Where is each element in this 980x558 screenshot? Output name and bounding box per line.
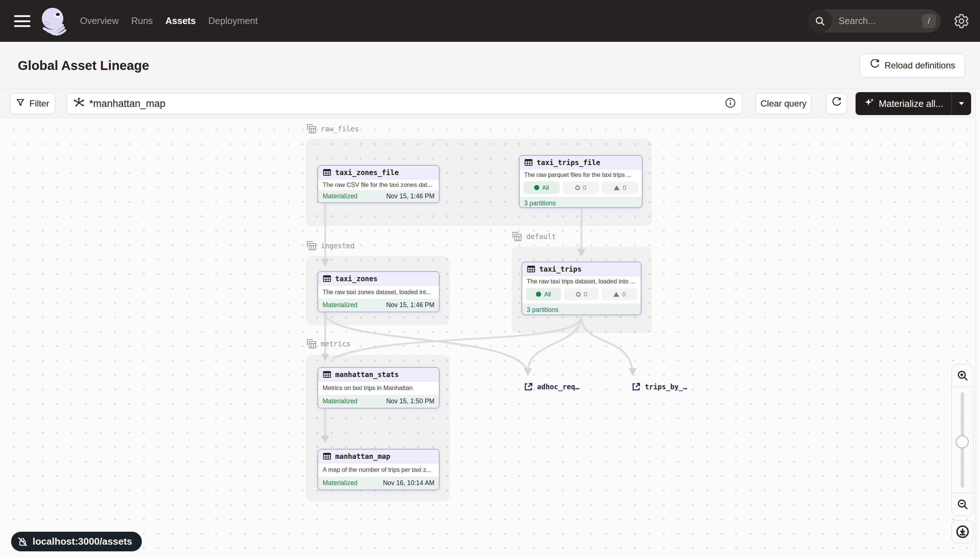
nav-assets[interactable]: Assets [166, 16, 196, 26]
lineage-canvas[interactable]: raw_files ingested default metrics [0, 118, 980, 558]
group-name: ingested [321, 241, 355, 250]
external-asset-adhoc-request[interactable]: adhoc_req… [524, 382, 579, 392]
zoom-slider[interactable] [952, 387, 973, 493]
recenter-view-button[interactable] [952, 520, 973, 543]
asset-description: The raw parquet files for the taxi trips… [520, 169, 642, 181]
badge-label: 0 [622, 291, 626, 298]
edge [325, 312, 528, 375]
external-link-icon [631, 382, 641, 392]
vertical-scrollbar[interactable] [975, 89, 980, 558]
nav-deployment[interactable]: Deployment [209, 16, 258, 26]
group-label-ingested[interactable]: ingested [306, 240, 355, 251]
table-icon [323, 274, 331, 283]
asset-name: taxi_zones_file [335, 168, 399, 177]
asset-description: The raw taxi zones dataset, loaded int..… [318, 286, 439, 299]
materialize-dropdown-caret[interactable] [952, 92, 971, 115]
page-header: Global Asset Lineage Reload definitions [0, 42, 980, 89]
badge-label: All [544, 291, 551, 298]
materialize-all-main[interactable]: Materialize all... [856, 92, 952, 115]
group-name: default [526, 232, 556, 241]
filter-label: Filter [29, 98, 49, 109]
search-icon [808, 9, 832, 33]
funnel-icon [16, 98, 25, 109]
asset-name: manhattan_map [335, 452, 390, 460]
badge-label: All [542, 184, 549, 191]
lineage-selector-icon [73, 97, 85, 110]
group-name: metrics [321, 340, 350, 348]
partitions-materialized-badge[interactable]: All [523, 181, 560, 194]
filter-button[interactable]: Filter [10, 93, 55, 114]
partition-health-badges: All 0 0 [520, 181, 642, 197]
zoom-in-button[interactable] [952, 364, 973, 387]
asset-node-manhattan-map[interactable]: manhattan_map A map of the number of tri… [318, 449, 440, 490]
asset-name: adhoc_req… [537, 382, 579, 391]
query-info-icon[interactable] [725, 97, 736, 110]
failed-ring-icon [576, 292, 581, 297]
table-icon [323, 370, 331, 379]
refresh-icon [832, 97, 842, 110]
asset-name: taxi_trips [539, 265, 581, 273]
asset-node-manhattan-stats[interactable]: manhattan_stats Metrics on taxi trips in… [318, 367, 440, 409]
partitions-missing-badge[interactable]: 0 [602, 181, 638, 194]
asset-description: Metrics on taxi trips in Manhattan [318, 381, 439, 395]
missing-triangle-icon [613, 292, 619, 297]
search-placeholder: Search... [838, 16, 922, 26]
asset-name: taxi_zones [335, 274, 377, 283]
status-url-badge: localhost:3000/assets [11, 532, 142, 551]
group-label-raw-files[interactable]: raw_files [306, 123, 359, 134]
partitions-materialized-badge[interactable]: All [526, 288, 561, 300]
group-label-default[interactable]: default [512, 231, 556, 242]
asset-selection-value: *manhattan_map [89, 98, 725, 110]
zoom-slider-track[interactable] [961, 392, 964, 488]
refresh-graph-button[interactable] [826, 93, 847, 114]
arrow-down-circle-icon [955, 525, 970, 539]
lineage-toolbar: Filter *manhattan_map Clear query [0, 89, 980, 118]
materialize-all-button[interactable]: Materialize all... [856, 92, 971, 115]
external-asset-trips-by[interactable]: trips_by_… [631, 382, 687, 392]
materialization-timestamp: Nov 15, 1:46 PM [386, 301, 435, 309]
page-title: Global Asset Lineage [18, 58, 149, 73]
reload-definitions-button[interactable]: Reload definitions [860, 53, 965, 78]
asset-selection-input[interactable]: *manhattan_map [67, 93, 743, 114]
nav-runs[interactable]: Runs [131, 16, 153, 26]
asset-name: trips_by_… [645, 382, 687, 391]
edge [528, 317, 581, 371]
partition-health-badges: All 0 0 [522, 287, 641, 304]
hamburger-menu-icon[interactable] [14, 15, 30, 27]
dagster-logo [38, 5, 69, 37]
materialization-timestamp: Nov 15, 1:46 PM [386, 192, 435, 200]
asset-node-taxi-zones-file[interactable]: taxi_zones_file The raw CSV file for the… [318, 165, 440, 203]
top-navbar: Overview Runs Assets Deployment Search..… [0, 0, 980, 42]
status-badge: Materialized [323, 397, 357, 405]
asset-node-taxi-zones[interactable]: taxi_zones The raw taxi zones dataset, l… [318, 271, 440, 312]
table-icon [323, 452, 331, 461]
sparkle-icon [864, 97, 875, 110]
status-badge: Materialized [323, 479, 357, 487]
asset-name: taxi_trips_file [537, 158, 600, 166]
search-input[interactable]: Search... / [808, 9, 941, 33]
edge [333, 317, 581, 359]
partitions-count: 3 partitions [522, 304, 641, 315]
reload-definitions-label: Reload definitions [884, 60, 955, 71]
badge-label: 0 [623, 184, 626, 191]
clear-query-button[interactable]: Clear query [756, 93, 812, 114]
materialization-timestamp: Nov 15, 1:50 PM [386, 397, 435, 405]
asset-node-taxi-trips[interactable]: taxi_trips The raw taxi trips dataset, l… [522, 262, 641, 315]
nav-overview[interactable]: Overview [80, 16, 119, 26]
zoom-out-button[interactable] [952, 493, 973, 515]
external-link-icon [524, 382, 533, 392]
edge [581, 317, 632, 375]
zoom-slider-thumb[interactable] [955, 435, 969, 448]
failed-ring-icon [575, 185, 580, 190]
table-icon [323, 168, 331, 177]
partitions-failed-badge[interactable]: 0 [564, 288, 599, 300]
asset-node-taxi-trips-file[interactable]: taxi_trips_file The raw parquet files fo… [519, 155, 642, 208]
asset-description: The raw taxi trips dataset, loaded into … [522, 276, 641, 287]
table-icon [524, 158, 533, 167]
settings-gear-icon[interactable] [954, 13, 969, 29]
status-badge: Materialized [323, 301, 357, 309]
group-label-metrics[interactable]: metrics [306, 338, 350, 349]
partitions-missing-badge[interactable]: 0 [602, 288, 637, 300]
badge-label: 0 [584, 291, 587, 298]
partitions-failed-badge[interactable]: 0 [563, 181, 599, 194]
